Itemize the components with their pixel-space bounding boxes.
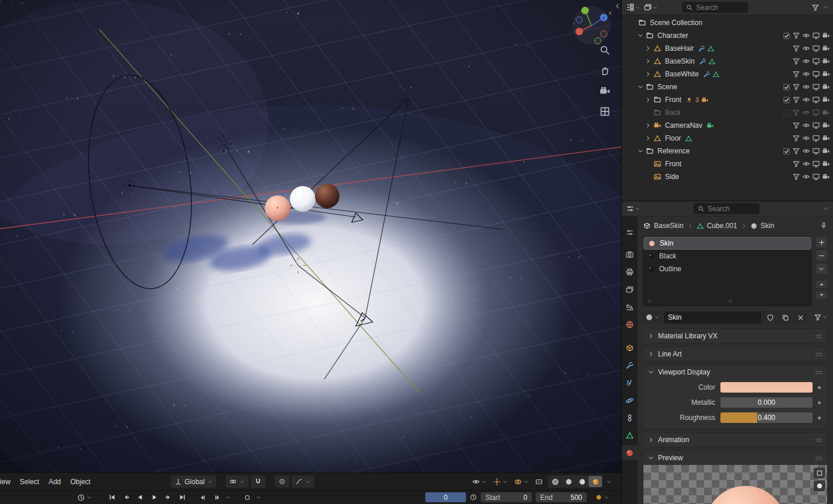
eye-icon[interactable] [802, 32, 810, 40]
outliner-row-scene[interactable]: Scene [622, 80, 833, 93]
viewport-color-swatch[interactable] [720, 382, 813, 393]
camera-icon[interactable] [822, 44, 830, 52]
material-name-field[interactable]: Skin [664, 312, 761, 324]
next-frame-button[interactable] [211, 492, 223, 503]
screen-icon[interactable] [812, 57, 820, 65]
image-icon[interactable] [653, 160, 662, 168]
funnel-icon[interactable] [792, 121, 800, 130]
eye-icon[interactable] [802, 83, 810, 91]
visibility-toggle[interactable] [471, 477, 488, 487]
mesh-icon[interactable] [653, 57, 662, 65]
camera-icon[interactable] [822, 83, 830, 91]
grip-icon[interactable] [814, 350, 823, 359]
funnel-icon[interactable] [792, 32, 800, 40]
eye-icon[interactable] [802, 147, 810, 155]
modifier-icon[interactable] [698, 45, 705, 52]
frame-start-field[interactable]: Start0 [481, 492, 532, 502]
chevdown-icon[interactable] [606, 479, 612, 485]
properties-tab-scene[interactable] [622, 299, 638, 314]
breadcrumb-item-baseskin[interactable]: BaseSkin [643, 222, 684, 230]
eye-icon[interactable] [802, 160, 810, 168]
material-slot-outline[interactable]: Outline [643, 262, 811, 275]
properties-header-chevron[interactable] [822, 205, 829, 212]
chevdown-icon[interactable] [604, 495, 610, 501]
move-slot-down-button[interactable] [816, 290, 828, 299]
chevdown-icon[interactable] [256, 495, 261, 501]
eye-icon[interactable] [802, 121, 810, 130]
material-slot-black[interactable]: Black [643, 250, 811, 262]
screen-icon[interactable] [812, 108, 820, 117]
cbon-icon[interactable] [783, 83, 790, 91]
outliner-row-back[interactable]: Back [622, 106, 833, 119]
properties-tab-object-data[interactable] [622, 428, 638, 443]
screen-icon[interactable] [812, 121, 820, 130]
camera-icon[interactable] [653, 121, 662, 130]
roughness-slider[interactable]: 0.400 [720, 412, 813, 423]
collapse-sidebar-arrow[interactable] [614, 2, 621, 12]
toggle-xray-toggle[interactable] [534, 477, 544, 487]
pan-tool-button[interactable] [599, 65, 611, 78]
cube-icon[interactable] [643, 222, 651, 230]
viewport-menu-view[interactable]: View [0, 476, 15, 488]
mesh-icon[interactable] [653, 70, 662, 78]
chevright-icon[interactable] [645, 135, 652, 142]
viewport-menu-add[interactable]: Add [44, 476, 65, 488]
preview-flat-button[interactable] [814, 468, 825, 478]
chevright-icon[interactable] [645, 96, 652, 103]
outliner-row-basehair[interactable]: BaseHair [622, 42, 833, 55]
mesh-icon[interactable] [653, 44, 662, 52]
screen-icon[interactable] [812, 96, 820, 104]
panel-header-viewport-display[interactable]: Viewport Display [643, 365, 827, 379]
slot-specials-button[interactable] [816, 263, 828, 275]
camera-icon[interactable] [822, 96, 830, 104]
panel-header-line-art[interactable]: Line Art [643, 347, 827, 361]
panel-header-preview[interactable]: Preview [643, 451, 827, 465]
breadcrumb-item-cube-001[interactable]: Cube.001 [696, 222, 738, 230]
funnel-icon[interactable] [792, 57, 800, 65]
properties-tab-constraints[interactable] [622, 410, 638, 425]
proportional-editing-toggle[interactable] [275, 475, 289, 488]
chevdown-icon[interactable] [637, 148, 644, 155]
mesh-data-icon[interactable] [685, 135, 692, 142]
transform-orientation-dropdown[interactable]: Global [171, 475, 216, 488]
shading-rendered-button[interactable] [589, 476, 602, 487]
image-icon[interactable] [653, 173, 662, 181]
chevdown-icon[interactable] [637, 83, 644, 90]
outliner-display-mode-button[interactable] [643, 3, 658, 12]
grip-icon[interactable] [814, 332, 823, 341]
gizmo-y-axis-dot[interactable] [582, 7, 589, 15]
camera-icon[interactable] [822, 70, 830, 78]
screen-icon[interactable] [812, 173, 820, 181]
collection-icon[interactable] [653, 96, 662, 104]
chevdown-icon[interactable] [225, 495, 231, 501]
cbon-icon[interactable] [783, 148, 790, 155]
sphere-white[interactable] [290, 186, 316, 212]
mesh-icon[interactable] [653, 134, 662, 142]
properties-tab-object[interactable] [622, 340, 638, 355]
toggle-ortho-button[interactable] [599, 106, 611, 119]
clock-icon[interactable] [470, 494, 477, 501]
show-overlays-toggle[interactable] [513, 477, 530, 487]
outliner-row-front[interactable]: Front3 [622, 93, 833, 106]
previous-frame-button[interactable] [197, 492, 209, 503]
material-filter-dropdown[interactable] [814, 313, 828, 321]
properties-tab-render[interactable] [622, 247, 638, 262]
properties-tab-modifiers[interactable] [622, 358, 638, 373]
outliner-row-baseskin[interactable]: BaseSkin [622, 55, 833, 68]
collection-icon[interactable] [646, 83, 654, 91]
funnel-icon[interactable] [792, 70, 800, 78]
breadcrumb-item-skin[interactable]: Skin [750, 222, 775, 230]
chevright-icon[interactable] [645, 122, 652, 129]
screen-icon[interactable] [812, 32, 820, 40]
chevright-icon[interactable] [645, 45, 652, 52]
outliner-row-cameranav[interactable]: CameraNav [622, 119, 833, 132]
camera-icon[interactable] [822, 134, 830, 142]
camera-icon[interactable] [822, 57, 830, 65]
cboff-icon[interactable] [783, 109, 790, 117]
pin-id-button[interactable] [820, 222, 828, 230]
move-slot-up-button[interactable] [816, 280, 828, 289]
3d-viewport[interactable]: z x [0, 0, 621, 473]
navigation-gizmo[interactable]: z x [570, 4, 613, 47]
outliner-row-scene-collection[interactable]: Scene Collection [622, 16, 833, 29]
zoom-tool-button[interactable] [599, 44, 611, 58]
